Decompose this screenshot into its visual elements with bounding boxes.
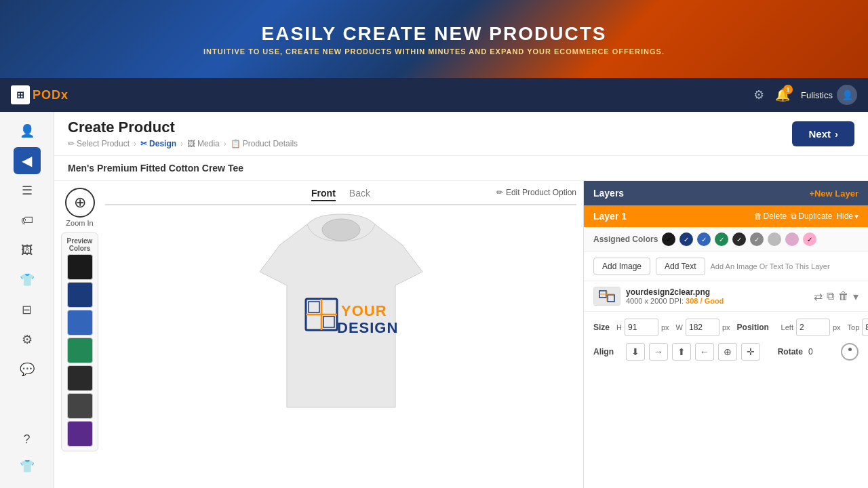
sidebar-icon-user[interactable]: 👤 xyxy=(14,117,41,144)
layer-1-row: Layer 1 🗑 Delete ⧉ Duplicate Hide ▾ xyxy=(584,205,868,227)
breadcrumb-select-product[interactable]: ✏ Select Product xyxy=(68,139,130,148)
expand-file-button[interactable]: ▾ xyxy=(853,290,859,303)
color-swatch-black[interactable] xyxy=(67,254,93,280)
delete-file-button[interactable]: 🗑 xyxy=(838,290,849,302)
sidebar-icon-chat[interactable]: 💬 xyxy=(14,356,41,383)
delete-layer-button[interactable]: 🗑 Delete xyxy=(754,211,787,221)
align-center-h-button[interactable]: ⊕ xyxy=(718,343,737,361)
copy-file-button[interactable]: ⧉ xyxy=(827,290,834,302)
edit-icon: ✏ xyxy=(496,188,503,197)
breadcrumb-sep-3: › xyxy=(224,139,226,148)
color-swatch-navy[interactable] xyxy=(67,282,93,308)
assigned-color-9[interactable]: ✓ xyxy=(803,232,816,246)
file-dimensions: 4000 x 2000 xyxy=(626,297,667,305)
sidebar-back-button[interactable]: ◀ xyxy=(14,147,41,174)
assigned-color-5[interactable]: ✓ xyxy=(732,232,746,246)
duplicate-layer-button[interactable]: ⧉ Duplicate xyxy=(791,211,832,221)
design-icon: ✂ xyxy=(140,139,147,148)
sidebar-icon-tshirt-bottom[interactable]: 👕 xyxy=(14,455,41,483)
color-swatch-dark[interactable] xyxy=(67,365,93,391)
height-input[interactable] xyxy=(625,319,658,336)
nav-right: ⚙ 🔔 1 Fulistics 👤 xyxy=(753,85,857,105)
breadcrumb-product-details[interactable]: 📋 Product Details xyxy=(231,139,298,148)
sidebar-icon-layers[interactable]: ⊟ xyxy=(14,296,41,323)
sidebar-icon-settings[interactable]: ⚙ xyxy=(14,326,41,353)
sidebar-icon-shirt[interactable]: 👕 xyxy=(14,266,41,293)
dpi-value: 308 xyxy=(686,297,698,305)
breadcrumb-design[interactable]: ✂ Design xyxy=(140,139,176,148)
color-swatch-green[interactable] xyxy=(67,338,93,363)
hide-layer-button[interactable]: Hide ▾ xyxy=(836,211,859,221)
file-meta: 4000 x 2000 DPI: 308 / Good xyxy=(626,297,724,305)
media-label: Media xyxy=(197,139,220,148)
position-label: Position xyxy=(737,323,774,332)
edit-product-option-button[interactable]: ✏ Edit Product Option xyxy=(496,188,576,197)
left-field-group: Left px xyxy=(781,319,841,336)
replace-file-button[interactable]: ⇄ xyxy=(814,290,823,303)
left-label: Left xyxy=(781,323,793,331)
assigned-colors-label: Assigned Colors xyxy=(593,235,658,244)
settings-button[interactable]: ⚙ xyxy=(753,87,764,102)
file-name: yourdesign2clear.png xyxy=(626,287,724,297)
svg-text:DESIGN: DESIGN xyxy=(337,319,398,336)
layers-label: Layers xyxy=(593,188,624,199)
height-field-group: H px xyxy=(616,319,669,336)
left-input[interactable] xyxy=(796,319,830,336)
zoom-in-button[interactable]: ⊕ Zoom In xyxy=(65,188,95,227)
add-text-button[interactable]: Add Text xyxy=(656,258,705,275)
align-top-button[interactable]: ⬆ xyxy=(672,343,691,361)
color-swatch-purple[interactable] xyxy=(67,421,93,447)
assigned-color-6[interactable]: ✓ xyxy=(750,232,764,246)
product-details-label: Product Details xyxy=(243,139,298,148)
sidebar-icon-image[interactable]: 🖼 xyxy=(14,237,41,264)
user-menu[interactable]: Fulistics 👤 xyxy=(801,85,857,105)
content-area: ⊕ Zoom In PreviewColors xyxy=(54,181,868,488)
assigned-color-3[interactable]: ✓ xyxy=(697,232,711,246)
assigned-color-7[interactable] xyxy=(768,232,781,246)
color-swatch-charcoal[interactable] xyxy=(67,393,93,419)
notification-button[interactable]: 🔔 1 xyxy=(775,87,790,102)
assigned-color-8[interactable] xyxy=(785,232,799,246)
next-arrow-icon: › xyxy=(835,128,838,140)
sidebar-icon-list[interactable]: ☰ xyxy=(14,177,41,204)
top-input[interactable] xyxy=(862,319,868,336)
add-image-button[interactable]: Add Image xyxy=(593,258,650,275)
next-label: Next xyxy=(808,128,831,140)
color-swatch-blue[interactable] xyxy=(67,310,93,336)
product-details-icon: 📋 xyxy=(231,139,241,148)
breadcrumb: ✏ Select Product › ✂ Design › 🖼 Media › xyxy=(68,139,298,148)
next-button[interactable]: Next › xyxy=(792,121,854,146)
nav-logo: ⊞ PODx xyxy=(11,85,68,104)
page-header-left: Create Product ✏ Select Product › ✂ Desi… xyxy=(68,119,298,148)
assigned-color-4[interactable]: ✓ xyxy=(715,232,728,246)
breadcrumb-media[interactable]: 🖼 Media xyxy=(187,139,220,148)
width-input[interactable] xyxy=(686,319,719,336)
rotate-control[interactable] xyxy=(841,343,859,361)
rotate-label: Rotate xyxy=(778,347,803,357)
design-label: Design xyxy=(149,139,176,148)
duplicate-icon: ⧉ xyxy=(791,211,797,221)
layers-panel: Layers +New Layer Layer 1 🗑 Delete ⧉ Dup… xyxy=(583,181,868,488)
edit-product-option-label: Edit Product Option xyxy=(506,188,576,197)
rotate-value: 0 xyxy=(808,347,835,357)
user-avatar: 👤 xyxy=(837,85,857,105)
sidebar-icon-help[interactable]: ? xyxy=(14,426,41,453)
tab-back[interactable]: Back xyxy=(349,188,370,201)
layers-header: Layers +New Layer xyxy=(584,181,868,205)
align-right-button[interactable]: → xyxy=(649,343,668,361)
username-label: Fulistics xyxy=(801,90,833,100)
assigned-color-1[interactable]: ✓ xyxy=(662,232,675,246)
tab-front[interactable]: Front xyxy=(311,188,336,201)
select-product-icon: ✏ xyxy=(68,139,75,148)
zoom-circle: ⊕ xyxy=(65,188,95,218)
sidebar-icon-tag[interactable]: 🏷 xyxy=(14,207,41,234)
align-left-button[interactable]: ← xyxy=(695,343,714,361)
new-layer-button[interactable]: +New Layer xyxy=(809,188,859,199)
align-bottom-button[interactable]: ⬇ xyxy=(626,343,645,361)
page-header: Create Product ✏ Select Product › ✂ Desi… xyxy=(54,112,868,156)
hero-section: EASILY CREATE NEW PRODUCTS INTUITIVE TO … xyxy=(0,0,868,78)
add-hint: Add An Image Or Text To This Layer xyxy=(711,262,830,270)
align-center-v-button[interactable]: ✛ xyxy=(741,343,760,361)
assigned-color-2[interactable]: ✓ xyxy=(679,232,693,246)
tshirt-preview: YOUR DESIGN xyxy=(253,211,429,428)
